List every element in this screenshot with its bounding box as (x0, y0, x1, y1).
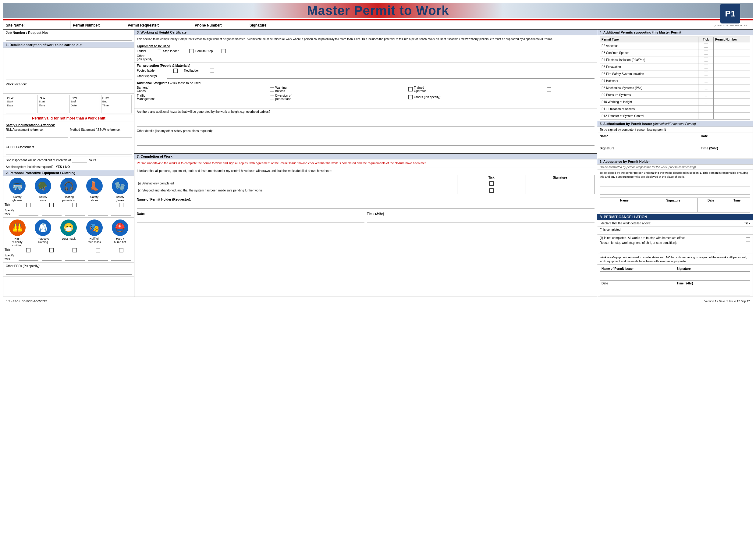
tick-gloves[interactable] (119, 203, 123, 207)
other-details-input[interactable] (137, 134, 595, 139)
section5-name-input[interactable] (600, 139, 698, 145)
logo-subtitle: QUALITY OF LIFE SERVICES (714, 24, 747, 27)
tick-shoes[interactable] (96, 203, 100, 207)
permit-tick-5[interactable] (704, 79, 708, 83)
traffic-checkbox[interactable] (270, 95, 274, 99)
ladder-checkbox[interactable] (157, 49, 161, 53)
tick-hearing[interactable] (72, 203, 77, 207)
other-details-input2[interactable] (137, 140, 595, 146)
barriers-checkbox[interactable] (270, 87, 274, 92)
section7-time-input[interactable] (367, 217, 595, 223)
tick-highvis[interactable] (26, 248, 31, 252)
stopped-checkbox[interactable] (489, 188, 494, 193)
specify-shoes-input[interactable] (88, 209, 108, 215)
stopped-sig[interactable] (526, 187, 594, 194)
signature-input[interactable] (269, 22, 750, 28)
ptw-start-time-input[interactable] (39, 107, 67, 112)
other-details-input3[interactable] (137, 147, 595, 152)
permit-tick-4[interactable] (704, 71, 708, 76)
risk-assessment-input[interactable] (6, 132, 68, 137)
section8-reason-input[interactable] (600, 247, 715, 252)
diversion-checkbox[interactable] (408, 95, 413, 99)
permit-holder-input[interactable] (137, 202, 595, 209)
tied-ladder-checkbox[interactable] (210, 69, 214, 73)
work-description-input[interactable] (6, 49, 132, 80)
sig-value[interactable] (649, 203, 698, 212)
trained-checkbox[interactable] (547, 87, 551, 92)
section7-date-input[interactable] (137, 217, 364, 223)
work-description-area[interactable] (3, 48, 134, 81)
tick-facemask[interactable] (96, 248, 100, 252)
permit-tick-9[interactable] (704, 107, 708, 111)
risk-assessment-input2[interactable] (6, 139, 68, 144)
section8-not-completed-checkbox[interactable] (746, 237, 750, 241)
signature-final-value[interactable] (675, 271, 750, 281)
site-inspections-input[interactable] (72, 157, 87, 162)
specify-visor-input[interactable] (42, 209, 62, 215)
step-ladder-checkbox[interactable] (189, 49, 194, 53)
satisfactorily-label: (i) Satisfactorily completed (137, 180, 457, 187)
section5-date-input[interactable] (701, 139, 750, 145)
tick-protective[interactable] (49, 248, 54, 252)
permit-tick-8[interactable] (704, 100, 708, 104)
other-specify-input[interactable] (167, 74, 595, 79)
page-title: Master Permit to Work (307, 3, 449, 18)
date-final-value[interactable] (600, 286, 675, 296)
tick-glasses[interactable] (26, 203, 31, 207)
permit-tick-2[interactable] (704, 58, 708, 62)
safety-visor-label: Safetyvisor (39, 195, 47, 202)
tick-dustmask[interactable] (72, 248, 77, 252)
section6-sig-area2[interactable] (600, 189, 750, 195)
satisfactorily-checkbox[interactable] (489, 182, 494, 186)
ptw-start-date-input[interactable] (7, 107, 35, 112)
satisfactorily-sig[interactable] (526, 180, 594, 187)
ptw-end-date-input[interactable] (71, 107, 99, 112)
section8-completed-checkbox[interactable] (746, 228, 750, 232)
permit-tick-10[interactable] (704, 114, 708, 118)
permit-tick-1[interactable] (704, 51, 708, 55)
specify-facemask-input[interactable] (88, 254, 108, 261)
warning-checkbox[interactable] (408, 87, 413, 92)
podium-step-checkbox[interactable] (222, 49, 226, 53)
specify-hearing-input[interactable] (65, 209, 85, 215)
permit-tick-3[interactable] (704, 65, 708, 69)
date-value[interactable] (698, 203, 724, 212)
time-final-value[interactable] (675, 286, 750, 296)
section5-date-label: Date (701, 134, 750, 138)
other-ppes-input[interactable] (6, 268, 132, 275)
permit-requester-input[interactable] (161, 22, 190, 28)
method-statement-input[interactable] (70, 132, 132, 137)
specify-hardhat-input[interactable] (111, 254, 131, 261)
section6-sig-area[interactable] (600, 181, 750, 187)
permit-tick-6[interactable] (704, 86, 708, 90)
section8-item2: (ii) Is not completed. All works are to … (600, 236, 750, 252)
ptw-end-time-input[interactable] (102, 107, 130, 112)
tick-visor[interactable] (49, 203, 54, 207)
specify-dustmask-input[interactable] (65, 254, 85, 261)
specify-glasses-input[interactable] (18, 209, 39, 215)
job-number-input[interactable] (6, 35, 132, 41)
section5-time-input[interactable] (701, 151, 750, 157)
trained-item: TrainedOperator (414, 86, 551, 93)
specify-highvis-input[interactable] (18, 254, 39, 261)
permit-tick-0[interactable] (704, 43, 708, 48)
specify-protective-input[interactable] (42, 254, 62, 261)
name-value[interactable] (600, 203, 649, 212)
footed-ladder-checkbox[interactable] (174, 69, 178, 73)
section5-sig-input[interactable] (600, 151, 698, 157)
permit-tick-7[interactable] (704, 93, 708, 97)
coshh-input[interactable] (6, 149, 132, 155)
phone-number-input[interactable] (224, 22, 244, 28)
permit-issuer-value[interactable] (600, 271, 675, 281)
time-value[interactable] (724, 203, 750, 212)
specify-gloves-input[interactable] (111, 209, 131, 215)
tick-hardhat[interactable] (119, 248, 123, 252)
permit-number-input[interactable] (102, 22, 122, 28)
others-specify-input[interactable] (137, 102, 595, 107)
tick-boxes-1 (17, 203, 133, 207)
hazard-input2[interactable] (137, 121, 595, 127)
other-equip-input[interactable] (156, 55, 595, 60)
work-location-input[interactable] (6, 87, 132, 92)
hazard-input[interactable] (137, 115, 595, 120)
site-name-input[interactable] (27, 22, 68, 28)
